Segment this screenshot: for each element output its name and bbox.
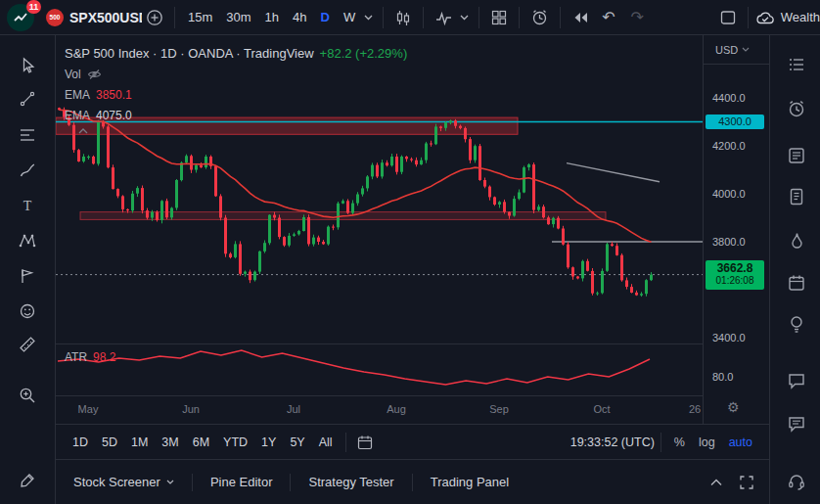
chat-button[interactable] [784,368,809,393]
bottom-panel-right [710,476,769,489]
text-tool[interactable]: T [14,192,41,219]
session-clock[interactable]: 19:33:52 (UTC) [570,435,655,449]
timeframe-w[interactable]: W [338,7,361,27]
timeframe-30m[interactable]: 30m [220,7,256,27]
fib-retracement-tool[interactable] [14,121,41,149]
price-tick-4000: 4000.0 [712,188,746,200]
axis-settings-gear-icon[interactable]: ⚙ [727,399,740,415]
forecast-tool[interactable] [14,262,41,290]
range-ytd[interactable]: YTD [216,432,254,453]
range-divider [661,433,661,452]
timeframe-1h[interactable]: 1h [259,7,285,27]
symbol-button[interactable]: 500 SPX500USD [46,9,142,26]
range-6m[interactable]: 6M [186,432,216,453]
edit-tool[interactable] [14,467,41,494]
compare-add-symbol-button[interactable] [142,5,167,30]
measure-tool[interactable] [14,331,41,358]
bar-replay-button[interactable] [568,5,594,30]
ideas-button[interactable] [784,311,809,337]
panel-collapse-button[interactable] [710,479,722,486]
price-tick-4400: 4400.0 [712,92,746,104]
time-label-jun: Jun [176,403,205,415]
notes-button[interactable] [784,184,809,209]
news-icon [786,145,807,166]
cursor-icon [18,56,37,75]
watchlist-button[interactable] [784,52,809,77]
brush-tool[interactable] [14,157,41,184]
redo-button[interactable]: ↷ [623,8,652,26]
svg-text:T: T [23,199,32,213]
tab-strategy-tester[interactable]: Strategy Tester [298,469,403,495]
calendar-button[interactable] [784,270,809,296]
time-label-jul: Jul [279,403,308,415]
undo-button[interactable]: ↶ [594,8,622,26]
bar-countdown: 01:26:08 [706,275,764,287]
headset-icon [786,471,807,492]
range-5y[interactable]: 5Y [283,432,311,453]
ema1-legend-row[interactable]: EMA 3850.1 [65,88,407,102]
trend-line-tool[interactable] [14,85,41,113]
range-1m[interactable]: 1M [124,432,155,453]
emoji-icon [18,301,37,321]
legend-collapse-button[interactable] [78,128,92,134]
timeframe-4h[interactable]: 4h [287,7,312,27]
indicators-button[interactable] [431,5,457,30]
calendar-icon [786,272,807,294]
indicators-menu-button[interactable] [457,13,472,23]
candlestick-icon [394,9,412,26]
chevron-up-icon [78,128,88,134]
xabcd-pattern-tool[interactable] [14,227,41,254]
panel-maximize-button[interactable] [740,476,753,489]
price-tick-3800: 3800.0 [712,236,746,248]
goto-date-button[interactable] [352,430,378,455]
cursor-tool[interactable] [14,52,41,79]
range-3m[interactable]: 3M [155,432,185,453]
feedback-button[interactable] [784,411,809,436]
auto-scale-button[interactable]: auto [722,433,759,452]
log-scale-button[interactable]: log [692,433,722,452]
timeframe-15m[interactable]: 15m [182,7,218,27]
hotlists-button[interactable] [784,228,809,253]
timeframe-group: 15m30m1h4hDW [182,7,361,27]
percent-scale-button[interactable]: % [667,433,692,452]
range-1d[interactable]: 1D [66,432,95,453]
symbol-title-text: S&P 500 Index · 1D · OANDA · TradingView [65,46,314,61]
chart-style-button[interactable] [390,5,416,30]
currency-selector[interactable]: USD [704,35,769,65]
account-menu[interactable]: 11 [7,4,34,31]
zoom-tool[interactable] [14,382,41,409]
tab-pine-editor[interactable]: Pine Editor [201,469,283,495]
eye-slash-icon[interactable] [87,69,102,80]
price-axis[interactable]: USD 4300.0 3662.8 01:26:08 80.0 ⚙ 4400.0… [703,35,769,424]
indicators-icon [434,9,453,26]
alert-button[interactable] [526,4,553,30]
layout-grid-button[interactable] [486,5,512,30]
timeframe-menu-button[interactable] [361,13,376,23]
brush-icon [18,160,37,180]
timeframe-d[interactable]: D [315,7,336,27]
toolbar-divider [519,7,520,28]
ema2-legend-row[interactable]: EMA 4075.0 [65,109,407,122]
atr-axis-tick: 80.0 [712,371,733,383]
cloud-save-status[interactable]: Wealth [755,10,820,25]
range-5d[interactable]: 5D [95,432,124,453]
time-axis[interactable]: MayJunJulAugSepOct26 [56,395,703,424]
alerts-button[interactable] [784,96,809,121]
message-lines-icon [786,413,807,435]
atr-legend-row[interactable]: ATR 98.2 [65,350,115,364]
news-button[interactable] [784,143,809,168]
ema1-label: EMA [65,88,90,102]
volume-legend-row[interactable]: Vol [65,68,407,81]
last-price-value: 3662.8 [706,262,764,275]
tab-stock-screener[interactable]: Stock Screener [64,469,184,495]
range-all[interactable]: All [312,432,340,453]
rewind-icon [571,9,590,26]
toolbar-divider [174,7,175,28]
emoji-tool[interactable] [14,298,41,325]
range-1y[interactable]: 1Y [254,432,283,453]
layout-select-button[interactable] [715,5,741,30]
support-button[interactable] [784,469,809,494]
alarm-clock-icon [530,8,549,26]
tab-trading-panel[interactable]: Trading Panel [421,469,519,495]
symbol-title[interactable]: S&P 500 Index · 1D · OANDA · TradingView… [65,46,407,61]
